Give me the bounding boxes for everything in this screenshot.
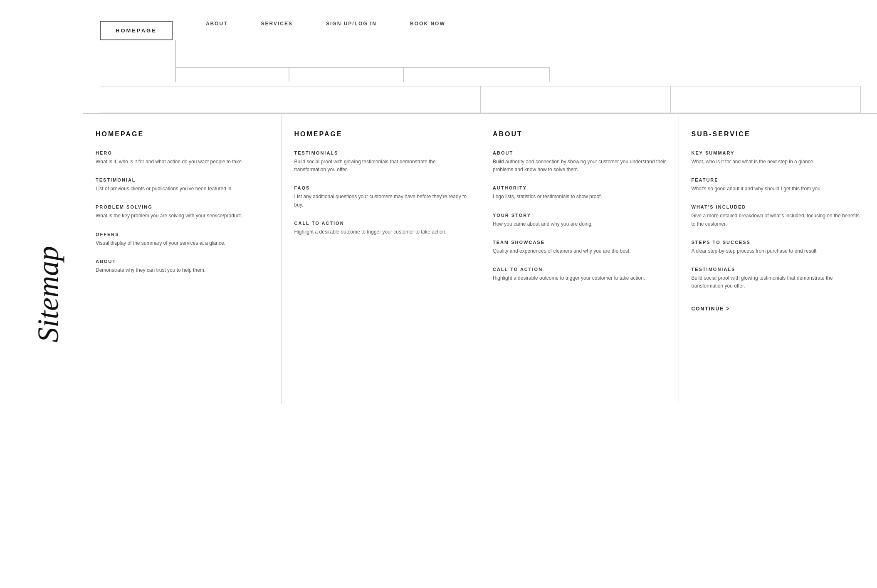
section-team-showcase-text: Quality and experiences of cleaners and … bbox=[493, 247, 666, 255]
section-whats-included: WHAT'S INCLUDED Give a more detailed bre… bbox=[692, 204, 865, 228]
sub-box-2 bbox=[290, 86, 480, 113]
section-hero-text: What is it, who is it for and what actio… bbox=[96, 158, 269, 166]
nav-item-signup[interactable]: SIGN UP/LOG IN bbox=[326, 21, 377, 27]
column-2-title: HOMEPAGE bbox=[294, 130, 468, 138]
section-testimonial-text: List of previous clients or publications… bbox=[96, 185, 269, 193]
section-key-summary: KEY SUMMARY What, who is it for and what… bbox=[692, 150, 865, 166]
column-4: SUB-SERVICE KEY SUMMARY What, who is it … bbox=[679, 114, 877, 404]
section-authority-heading: AUTHORITY bbox=[493, 185, 666, 190]
section-problem: PROBLEM SOLVING What is the key problem … bbox=[96, 204, 269, 220]
section-problem-text: What is the key problem you are solving … bbox=[96, 212, 269, 220]
column-2: HOMEPAGE TESTIMONIALS Build social proof… bbox=[282, 114, 481, 404]
section-steps-to-success: STEPS TO SUCCESS A clear step-by-step pr… bbox=[692, 240, 865, 255]
section-steps-to-success-heading: STEPS TO SUCCESS bbox=[692, 240, 865, 245]
section-feature-heading: FEATURE bbox=[692, 177, 865, 182]
section-offers-text: Visual display of the summary of your se… bbox=[96, 239, 269, 247]
column-1-title: HOMEPAGE bbox=[96, 130, 269, 138]
nav-items-row: ABOUT SERVICES SIGN UP/LOG IN BOOK NOW bbox=[206, 21, 445, 27]
section-about-col3-heading: ABOUT bbox=[493, 150, 666, 155]
section-testimonial-heading: TESTIMONIAL bbox=[96, 177, 269, 182]
column-4-title: SUB-SERVICE bbox=[692, 130, 865, 138]
section-cta-col3-heading: CALL TO ACTION bbox=[493, 267, 666, 272]
section-key-summary-heading: KEY SUMMARY bbox=[692, 150, 865, 155]
section-hero: HERO What is it, who is it for and what … bbox=[96, 150, 269, 166]
sub-box-1 bbox=[100, 86, 290, 113]
section-about-col1-text: Demonstrate why they can trust you to he… bbox=[96, 266, 269, 274]
section-feature: FEATURE What's so good about it and why … bbox=[692, 177, 865, 193]
section-testimonials-col4-text: Build social proof with glowing testimon… bbox=[692, 274, 865, 290]
section-cta-col2-heading: CALL TO ACTION bbox=[294, 221, 468, 226]
section-your-story: YOUR STORY How you came about and why yo… bbox=[493, 213, 666, 228]
section-key-summary-text: What, who is it for and what is the next… bbox=[692, 158, 865, 166]
nav-item-about[interactable]: ABOUT bbox=[206, 21, 228, 27]
sidebar-title: Sitemap bbox=[31, 246, 65, 342]
section-about-col1-heading: ABOUT bbox=[96, 259, 269, 264]
section-faqs-text: List any additional questions your custo… bbox=[294, 193, 468, 209]
column-1: HOMEPAGE HERO What is it, who is it for … bbox=[83, 114, 282, 404]
columns-container: HOMEPAGE HERO What is it, who is it for … bbox=[83, 113, 877, 404]
section-team-showcase: TEAM SHOWCASE Quality and experiences of… bbox=[493, 240, 666, 255]
section-authority: AUTHORITY Logo lists, statistics or test… bbox=[493, 185, 666, 201]
section-faqs: FAQS List any additional questions your … bbox=[294, 185, 468, 209]
section-cta-col2-text: Highlight a desirable outcome to trigger… bbox=[294, 228, 468, 236]
sub-box-4 bbox=[670, 86, 861, 113]
section-your-story-heading: YOUR STORY bbox=[493, 213, 666, 218]
section-faqs-heading: FAQS bbox=[294, 185, 468, 190]
section-offers: OFFERS Visual display of the summary of … bbox=[96, 232, 269, 247]
section-cta-col2: CALL TO ACTION Highlight a desirable out… bbox=[294, 221, 468, 236]
section-problem-heading: PROBLEM SOLVING bbox=[96, 204, 269, 209]
section-whats-included-text: Give a more detailed breakdown of what's… bbox=[692, 212, 865, 228]
section-steps-to-success-text: A clear step-by-step process from purcha… bbox=[692, 247, 865, 255]
nav-item-booknow[interactable]: BOOK NOW bbox=[410, 21, 445, 27]
section-team-showcase-heading: TEAM SHOWCASE bbox=[493, 240, 666, 245]
section-whats-included-heading: WHAT'S INCLUDED bbox=[692, 204, 865, 209]
column-3: ABOUT ABOUT Build authority and connecti… bbox=[480, 114, 679, 404]
section-feature-text: What's so good about it and why should I… bbox=[692, 185, 865, 193]
section-about-col1: ABOUT Demonstrate why they can trust you… bbox=[96, 259, 269, 274]
tree-diagram bbox=[83, 40, 877, 86]
section-testimonials-col4-heading: TESTIMONIALS bbox=[692, 267, 865, 272]
section-testimonials-col2-text: Build social proof with glowing testimon… bbox=[294, 158, 468, 174]
section-hero-heading: HERO bbox=[96, 150, 269, 155]
section-your-story-text: How you came about and why you are doing… bbox=[493, 220, 666, 228]
section-testimonials-col2-heading: TESTIMONIALS bbox=[294, 150, 468, 155]
section-offers-heading: OFFERS bbox=[96, 232, 269, 237]
continue-button[interactable]: CONTINUE > bbox=[692, 306, 730, 312]
section-cta-col3-text: Highlight a desirable outcome to trigger… bbox=[493, 274, 666, 282]
column-3-title: ABOUT bbox=[493, 130, 666, 138]
sub-box-3 bbox=[480, 86, 671, 113]
section-about-col3-text: Build authority and connection by showin… bbox=[493, 158, 666, 174]
homepage-node: HOMEPAGE bbox=[100, 21, 173, 40]
sub-boxes-row bbox=[100, 86, 860, 113]
nav-item-services[interactable]: SERVICES bbox=[261, 21, 293, 27]
section-testimonials-col2: TESTIMONIALS Build social proof with glo… bbox=[294, 150, 468, 174]
section-authority-text: Logo lists, statistics or testimonials t… bbox=[493, 193, 666, 201]
section-testimonials-col4: TESTIMONIALS Build social proof with glo… bbox=[692, 267, 865, 290]
section-testimonial: TESTIMONIAL List of previous clients or … bbox=[96, 177, 269, 193]
section-cta-col3: CALL TO ACTION Highlight a desirable out… bbox=[493, 267, 666, 282]
continue-section: CONTINUE > bbox=[692, 302, 865, 312]
section-about-col3: ABOUT Build authority and connection by … bbox=[493, 150, 666, 174]
